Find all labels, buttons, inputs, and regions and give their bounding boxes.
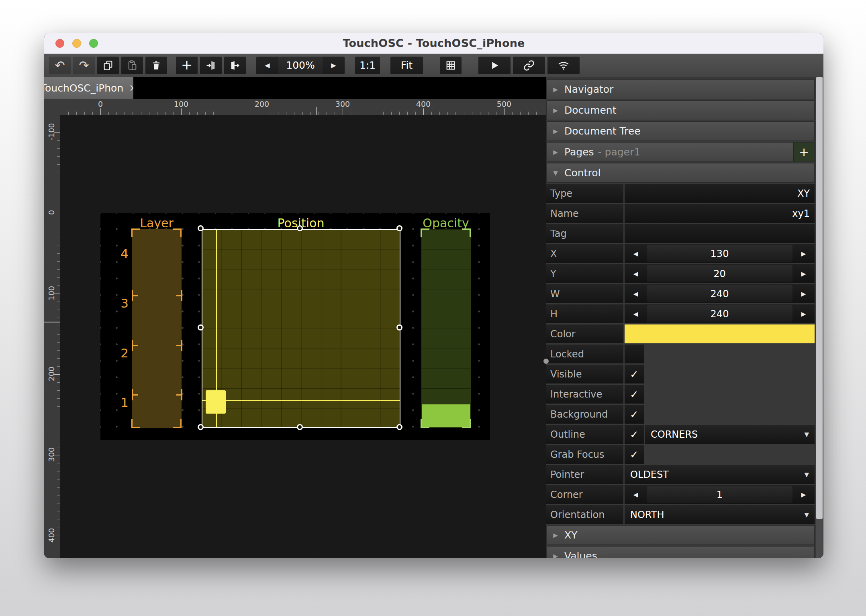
zoom-window-button[interactable] [89, 39, 98, 48]
stepper-increase-button[interactable]: ▶ [792, 284, 815, 303]
actual-size-button[interactable]: 1:1 [355, 57, 380, 74]
property-label: Corner [546, 485, 623, 504]
stepper-value[interactable]: 1 [647, 486, 792, 503]
ruler-tick [262, 108, 262, 115]
selection-handle[interactable] [198, 424, 204, 430]
checkbox-unchecked[interactable] [625, 345, 644, 363]
export-button[interactable] [224, 57, 246, 74]
section-header-pages[interactable]: ▶Pages- pager1+ [546, 142, 815, 162]
dropdown-select[interactable]: CORNERS▼ [645, 425, 815, 444]
ruler-tick [310, 112, 311, 115]
ruler-tick [57, 487, 60, 487]
layer-option-4[interactable]: 4 [112, 246, 129, 261]
section-collapsed-arrow-icon: ▶ [547, 128, 564, 135]
paste-button[interactable] [121, 57, 143, 74]
value-text[interactable] [625, 224, 815, 243]
selection-handle[interactable] [198, 324, 204, 330]
property-row-type: TypeXY [546, 184, 815, 203]
selection-handle[interactable] [396, 225, 402, 231]
trash-icon [151, 60, 162, 71]
section-header-control[interactable]: ▼Control [546, 163, 815, 183]
copy-button[interactable] [97, 57, 119, 74]
section-header-xy[interactable]: ▶XY [546, 525, 815, 545]
stepper-increase-button[interactable]: ▶ [792, 304, 815, 323]
stepper-decrease-button[interactable]: ◀ [625, 244, 647, 263]
grid-button[interactable] [440, 57, 462, 74]
stepper-increase-button[interactable]: ▶ [792, 244, 815, 263]
selection-handle[interactable] [396, 324, 402, 330]
title-bar[interactable]: TouchOSC - TouchOSC_iPhone [44, 33, 823, 54]
section-header-values[interactable]: ▶Values [546, 546, 815, 558]
section-label: Values [564, 550, 597, 558]
add-control-button[interactable]: + [176, 57, 198, 74]
ruler-tick [57, 342, 60, 343]
panel-resize-handle[interactable] [543, 359, 549, 364]
section-header-document[interactable]: ▶Document [546, 100, 815, 120]
checkbox-checked[interactable]: ✓ [625, 365, 644, 383]
checkbox-checked[interactable]: ✓ [625, 445, 644, 464]
document-tab[interactable]: TouchOSC_iPhon × [44, 77, 133, 99]
value-text[interactable]: XY [625, 184, 815, 203]
stepper-value[interactable]: 130 [647, 245, 792, 262]
ruler-tick [57, 318, 60, 318]
color-swatch[interactable] [625, 324, 815, 343]
stepper-decrease-button[interactable]: ◀ [625, 264, 647, 283]
layer-option-1[interactable]: 1 [112, 395, 129, 410]
section-label: XY [564, 529, 577, 541]
selection-handle[interactable] [297, 225, 303, 231]
fit-button[interactable]: Fit [390, 57, 423, 74]
checkbox-checked[interactable]: ✓ [625, 405, 644, 424]
ruler-label: 200 [47, 362, 56, 386]
editor-area: TouchOSC_iPhon × 0100200300400500 -10001… [44, 77, 546, 558]
stepper-increase-button[interactable]: ▶ [792, 485, 815, 504]
property-label: Color [546, 324, 623, 343]
stepper-decrease-button[interactable]: ◀ [625, 304, 647, 323]
sync-button[interactable] [547, 57, 580, 74]
checkbox-checked[interactable]: ✓ [625, 425, 644, 444]
wifi-icon [558, 59, 570, 71]
selection-handle[interactable] [396, 424, 402, 430]
inspector-panel: ▶Navigator▶Document▶Document Tree▶Pages-… [546, 77, 823, 558]
ruler-tick [57, 326, 60, 326]
selection-corner-bracket [131, 419, 140, 428]
section-header-document-tree[interactable]: ▶Document Tree [546, 121, 815, 141]
stepper-increase-button[interactable]: ▶ [792, 264, 815, 283]
property-row-color: Color [546, 324, 815, 343]
property-value: xy1 [625, 204, 815, 223]
panel-scrollbar-thumb[interactable] [816, 77, 823, 519]
close-window-button[interactable] [55, 39, 64, 48]
zoom-control: ◀ 100% ▶ [256, 57, 345, 74]
section-header-navigator[interactable]: ▶Navigator [546, 80, 815, 99]
layer-option-3[interactable]: 3 [112, 296, 129, 310]
layer-option-2[interactable]: 2 [112, 346, 129, 360]
delete-button[interactable] [145, 57, 167, 74]
redo-button[interactable]: ↷ [73, 57, 95, 74]
ruler-tick [57, 406, 60, 407]
opacity-fader-control[interactable] [421, 229, 471, 428]
window-title: TouchOSC - TouchOSC_iPhone [343, 37, 525, 49]
zoom-out-button[interactable]: ◀ [256, 57, 278, 74]
stepper-value[interactable]: 240 [647, 305, 792, 322]
selection-handle[interactable] [297, 424, 303, 430]
dropdown-select[interactable]: OLDEST▼ [625, 465, 815, 484]
stepper-value[interactable]: 240 [647, 285, 792, 302]
minimize-window-button[interactable] [72, 39, 81, 48]
tab-close-icon[interactable]: × [129, 82, 133, 94]
device-screen[interactable]: LayerPositionOpacity4321 [100, 213, 490, 440]
selection-handle[interactable] [198, 225, 204, 231]
value-text[interactable]: xy1 [625, 204, 815, 223]
stepper-value[interactable]: 20 [647, 265, 792, 282]
stepper-decrease-button[interactable]: ◀ [625, 485, 647, 504]
ruler-tick [57, 504, 60, 504]
connections-button[interactable] [513, 57, 545, 74]
zoom-in-button[interactable]: ▶ [323, 57, 345, 74]
stepper-decrease-button[interactable]: ◀ [625, 284, 647, 303]
canvas[interactable]: LayerPositionOpacity4321 [60, 115, 546, 558]
add-page-button[interactable]: + [793, 143, 814, 161]
checkbox-checked[interactable]: ✓ [625, 385, 644, 404]
layer-radio-control[interactable] [132, 229, 182, 428]
undo-button[interactable]: ↶ [49, 57, 71, 74]
play-button[interactable] [478, 57, 511, 74]
dropdown-select[interactable]: NORTH▼ [625, 505, 815, 524]
import-button[interactable] [200, 57, 222, 74]
